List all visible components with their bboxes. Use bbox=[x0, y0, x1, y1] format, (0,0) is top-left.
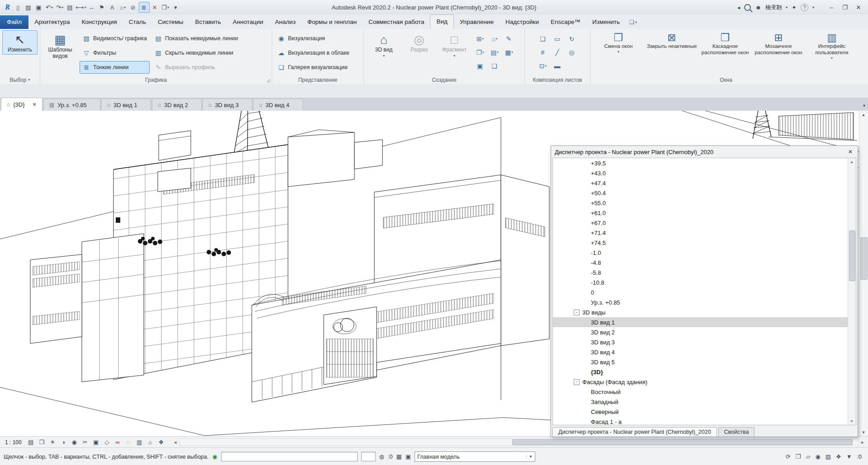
create-section-button[interactable]: ◎ Разрез bbox=[401, 30, 437, 59]
customize-qat-icon[interactable]: ▾ bbox=[171, 2, 181, 12]
palette-scrollbar[interactable]: ▲ ▼ bbox=[848, 158, 856, 425]
palette-scroll-thumb[interactable] bbox=[849, 230, 855, 281]
user-menu-caret-icon[interactable]: ▾ bbox=[786, 5, 788, 9]
dialog-launcher-icon[interactable]: ◿ bbox=[267, 78, 270, 83]
show-crop-region-icon[interactable]: ▣ bbox=[91, 438, 101, 447]
sheet-icon[interactable]: ❏ bbox=[488, 60, 501, 72]
tree-item[interactable]: -10.8 bbox=[553, 277, 856, 287]
tab-massing-site[interactable]: Формы и генплан bbox=[302, 15, 363, 29]
tree-expander-icon[interactable]: − bbox=[574, 379, 580, 385]
vertical-scroll-thumb[interactable] bbox=[860, 237, 868, 280]
cascade-windows-button[interactable]: ❒ Каскадное расположение окон bbox=[699, 30, 751, 57]
user-interface-button[interactable]: ▥ Интерфейс пользователя ▾ bbox=[806, 30, 858, 61]
horizontal-scrollbar[interactable]: ◄ ► bbox=[172, 438, 866, 446]
app-store-icon[interactable]: ✦ bbox=[792, 4, 797, 11]
scroll-down-icon[interactable]: ▼ bbox=[848, 418, 855, 425]
tree-item[interactable]: 3D вид 5 bbox=[553, 357, 856, 367]
undo-icon[interactable]: ↶▾ bbox=[44, 2, 54, 12]
render-button[interactable]: ◉Визуализация bbox=[274, 32, 352, 45]
redo-icon[interactable]: ↷▾ bbox=[55, 2, 65, 12]
tree-item[interactable]: Восточный bbox=[553, 387, 856, 397]
tab-annotate[interactable]: Аннотации bbox=[227, 15, 269, 29]
vertical-scrollbar[interactable]: ▲ ▼ bbox=[859, 111, 868, 436]
tab-architecture[interactable]: Архитектура bbox=[28, 15, 75, 29]
tree-item[interactable]: 0 bbox=[553, 287, 856, 297]
guide-grid-icon[interactable]: # bbox=[537, 47, 549, 58]
schedules-icon[interactable]: ▦▾ bbox=[503, 47, 515, 58]
tag-by-category-icon[interactable]: ⚑ bbox=[97, 2, 107, 12]
text-icon[interactable]: A bbox=[108, 2, 118, 12]
tab-file[interactable]: Файл bbox=[0, 15, 28, 29]
locked-orientation-icon[interactable]: ◇ bbox=[102, 438, 112, 447]
view-tab-3d-2[interactable]: ⌂ 3D вид 2 bbox=[152, 99, 202, 111]
help-icon[interactable]: ? bbox=[801, 4, 808, 11]
scope-box-icon[interactable]: ▣ bbox=[474, 60, 486, 72]
view-tab-3d-3[interactable]: ⌂ 3D вид 3 bbox=[203, 99, 252, 111]
scroll-up-icon[interactable]: ▲ bbox=[848, 158, 855, 165]
switch-windows-icon[interactable]: ❐▾ bbox=[160, 2, 170, 12]
title-on-sheet-icon[interactable]: ▬ bbox=[551, 60, 564, 72]
render-dialog-icon[interactable]: ◉ bbox=[70, 438, 79, 447]
open-file-icon[interactable]: ▨ bbox=[24, 2, 33, 12]
tab-collaborate[interactable]: Совместная работа bbox=[363, 15, 430, 29]
legends-icon[interactable]: ▤▾ bbox=[488, 47, 501, 58]
save-icon[interactable]: ▣ bbox=[34, 2, 44, 12]
drafting-view-icon[interactable]: ✎ bbox=[503, 33, 515, 45]
tree-item[interactable]: +61.0 bbox=[553, 208, 856, 218]
tree-item[interactable]: 3D вид 4 bbox=[553, 347, 856, 357]
detail-level-icon[interactable]: ▤ bbox=[26, 438, 36, 447]
tab-steel[interactable]: Сталь bbox=[123, 15, 152, 29]
reveal-hidden-elements-icon[interactable]: ◌ bbox=[124, 438, 133, 447]
user-avatar-icon[interactable]: ☻ bbox=[755, 4, 761, 11]
sun-path-icon[interactable]: ☀ bbox=[48, 438, 57, 447]
horizontal-scroll-thumb[interactable] bbox=[512, 439, 853, 445]
palette-tab-properties[interactable]: Свойства bbox=[718, 427, 755, 437]
titleblock-icon[interactable]: ▭ bbox=[551, 33, 564, 45]
app-r-logo-icon[interactable]: R bbox=[3, 2, 13, 12]
search-icon[interactable] bbox=[744, 4, 751, 11]
close-view-icon[interactable]: ✕ bbox=[33, 102, 37, 108]
default-3d-view-icon[interactable]: ⌂▾ bbox=[118, 2, 128, 12]
matchline-icon[interactable]: ╱ bbox=[551, 47, 564, 58]
select-underlay-icon[interactable]: ▱ bbox=[806, 453, 810, 460]
tree-item[interactable]: +67.0 bbox=[553, 218, 856, 228]
tree-item[interactable]: Северный bbox=[553, 407, 856, 417]
scroll-left-icon[interactable]: ◄ bbox=[172, 440, 179, 445]
scroll-down-icon[interactable]: ▼ bbox=[859, 428, 868, 436]
tree-item[interactable]: +47.4 bbox=[553, 178, 856, 188]
tree-item[interactable]: 3D вид 1 bbox=[553, 317, 856, 327]
background-processes-icon[interactable]: ⟳ bbox=[786, 453, 791, 460]
tab-systems[interactable]: Системы bbox=[152, 15, 189, 29]
tree-item[interactable]: − Фасады (Фасад здания) bbox=[553, 377, 856, 387]
progress-field[interactable] bbox=[221, 452, 358, 461]
worksets-icon[interactable]: ▦ bbox=[396, 453, 401, 460]
view-tab-level-085[interactable]: ▤ Ур.з. +0.85 bbox=[43, 99, 100, 111]
tab-enscape[interactable]: Enscape™ bbox=[545, 15, 586, 29]
scroll-right-icon[interactable]: ► bbox=[859, 440, 866, 445]
select-by-face-icon[interactable]: ▧ bbox=[826, 453, 831, 460]
view-templates-button[interactable]: ▦ Шаблоны видов bbox=[42, 30, 78, 61]
view-tab-3d-4[interactable]: ⌂ 3D вид 4 bbox=[253, 99, 303, 111]
tile-windows-button[interactable]: ⊞ Мозаичное расположение окон bbox=[753, 30, 804, 57]
tree-item[interactable]: +55.0 bbox=[553, 198, 856, 208]
select-links-icon[interactable]: ❐ bbox=[796, 453, 801, 460]
view-tab-3d-default[interactable]: ⌂ {3D} ✕ bbox=[1, 98, 42, 111]
palette-title-bar[interactable]: Диспетчер проекта - Nuclear power Plant … bbox=[551, 146, 858, 158]
view-tab-3d-1[interactable]: ⌂ 3D вид 1 bbox=[101, 99, 151, 111]
render-gallery-button[interactable]: ❏Галерея визуализации bbox=[274, 61, 352, 74]
active-workset-select[interactable]: Главная модель ▼ bbox=[415, 451, 535, 462]
scale-button[interactable]: 1 : 100 bbox=[2, 438, 25, 446]
selection-filter-icon[interactable]: ▼ bbox=[846, 453, 852, 460]
temporary-hide-isolate-icon[interactable]: ∞ bbox=[113, 438, 123, 447]
thin-lines-button[interactable]: ≣Тонкие линии bbox=[80, 61, 150, 74]
drag-on-selection-icon[interactable]: ❖ bbox=[836, 453, 841, 460]
tree-item[interactable]: +74.5 bbox=[553, 238, 856, 248]
displacement-sets-icon[interactable]: ❖ bbox=[156, 438, 166, 447]
tab-structure[interactable]: Конструкция bbox=[75, 15, 123, 29]
tree-item[interactable]: -4.8 bbox=[553, 258, 856, 268]
view-tab-list-icon[interactable]: ▾ bbox=[863, 103, 865, 108]
elevation-icon[interactable]: ⌂▾ bbox=[488, 33, 501, 45]
visibility-graphics-button[interactable]: ▧Видимость/ графика bbox=[80, 32, 150, 45]
selection-panel-indicator[interactable]: ❏ ▾ bbox=[629, 19, 637, 29]
cut-profile-button[interactable]: ✎Вырезать профиль bbox=[151, 61, 241, 74]
